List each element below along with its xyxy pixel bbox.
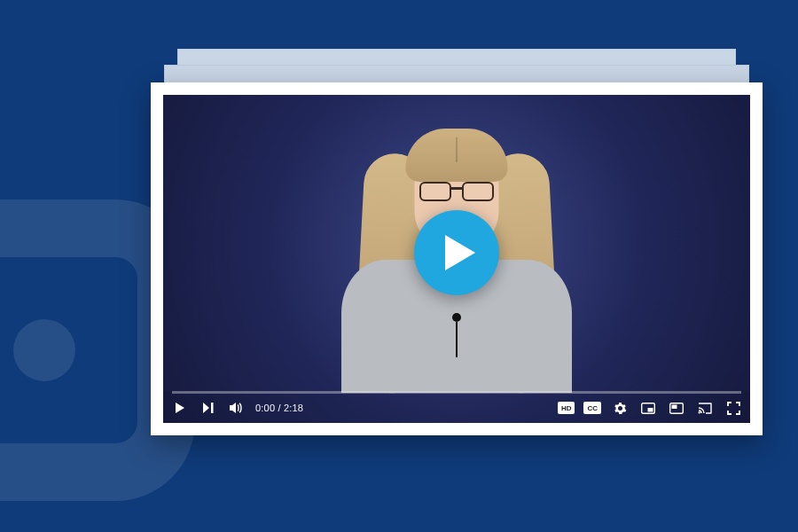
- settings-icon: [614, 402, 627, 415]
- next-icon: [202, 402, 215, 414]
- pip-button[interactable]: [667, 398, 686, 418]
- cast-icon: [698, 403, 712, 414]
- settings-button[interactable]: [610, 398, 630, 418]
- svg-rect-3: [211, 403, 214, 413]
- video-player[interactable]: 0:00 / 2:18 HD CC: [163, 95, 750, 423]
- miniplayer-icon: [641, 403, 655, 414]
- play-overlay-button[interactable]: [414, 210, 499, 295]
- svg-marker-2: [203, 403, 209, 413]
- svg-rect-8: [672, 404, 677, 409]
- video-card: 0:00 / 2:18 HD CC: [151, 82, 763, 435]
- video-controls: 0:00 / 2:18 HD CC: [163, 391, 750, 423]
- lavalier-mic-icon: [452, 313, 461, 322]
- svg-marker-0: [445, 235, 475, 270]
- svg-marker-4: [230, 403, 236, 413]
- volume-button[interactable]: [227, 398, 246, 418]
- play-icon: [174, 402, 186, 414]
- svg-marker-1: [176, 403, 184, 413]
- play-button[interactable]: [170, 398, 190, 418]
- svg-rect-6: [648, 408, 653, 412]
- fullscreen-icon: [727, 402, 740, 415]
- svg-point-9: [699, 411, 700, 413]
- time-display: 0:00 / 2:18: [255, 403, 303, 413]
- play-overlay-icon: [445, 235, 475, 270]
- captions-button[interactable]: CC: [583, 402, 601, 414]
- volume-icon: [230, 402, 244, 414]
- hd-badge[interactable]: HD: [558, 402, 575, 414]
- pip-icon: [669, 403, 684, 414]
- video-card-stack: 0:00 / 2:18 HD CC: [151, 49, 763, 430]
- miniplayer-button[interactable]: [638, 398, 658, 418]
- cast-button[interactable]: [695, 398, 715, 418]
- next-button[interactable]: [199, 398, 218, 418]
- fullscreen-button[interactable]: [724, 398, 743, 418]
- progress-bar[interactable]: [172, 391, 741, 394]
